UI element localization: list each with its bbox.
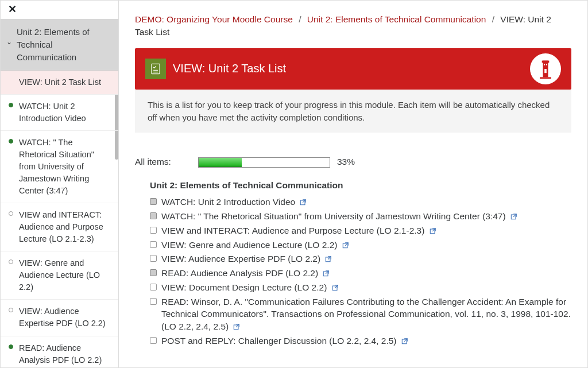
- checkbox-icon[interactable]: [150, 198, 157, 205]
- sidebar-item[interactable]: WATCH: " The Rhetorical Situation" from …: [1, 131, 118, 203]
- page-title: VIEW: Unit 2 Task List: [173, 60, 286, 77]
- completion-dot-icon: [9, 308, 13, 312]
- svg-rect-8: [540, 77, 551, 79]
- checkbox-icon[interactable]: [150, 284, 157, 290]
- sidebar-item[interactable]: READ: Audience Analysis PDF (LO 2.2): [1, 336, 118, 368]
- svg-rect-4: [542, 61, 550, 63]
- progress-bar: [198, 157, 330, 168]
- checklist-item: POST and REPLY: Challenger Discussion (L…: [135, 334, 571, 348]
- breadcrumb-separator: /: [492, 14, 494, 24]
- checklist-item: VIEW: Genre and Audience Lecture (LO 2.2…: [135, 238, 571, 253]
- sidebar-item-label: VIEW: Unit 2 Task List: [19, 78, 101, 87]
- checklist-item: VIEW: Document Design Lecture (LO 2.2): [135, 281, 571, 295]
- checkbox-icon[interactable]: [150, 337, 157, 344]
- checklist-item-link[interactable]: VIEW: Genre and Audience Lecture (LO 2.2…: [161, 239, 349, 252]
- sidebar-section-title: Unit 2: Elements of Technical Communicat…: [17, 27, 90, 62]
- external-link-icon: [325, 253, 332, 266]
- sidebar-item-label: VIEW: Genre and Audience Lecture (LO 2.2…: [19, 258, 100, 292]
- checklist-item: VIEW: Audience Expertise PDF (LO 2.2): [135, 252, 571, 266]
- checklist-item-link[interactable]: POST and REPLY: Challenger Discussion (L…: [161, 335, 408, 348]
- checklist-item: WATCH: Unit 2 Introduction Video: [135, 195, 571, 210]
- external-link-icon: [401, 335, 408, 348]
- checkbox-icon[interactable]: [150, 212, 157, 219]
- close-icon[interactable]: ✕: [8, 2, 17, 17]
- checklist-item-link[interactable]: VIEW: Document Design Lecture (LO 2.2): [161, 281, 339, 295]
- sidebar-item-label: WATCH: Unit 2 Introduction Video: [19, 102, 86, 123]
- sidebar-item[interactable]: VIEW and INTERACT: Audience and Purpose …: [1, 203, 118, 251]
- page-header: VIEW: Unit 2 Task List: [135, 48, 571, 90]
- checkbox-icon[interactable]: [150, 298, 157, 305]
- checkbox-icon[interactable]: [150, 269, 157, 276]
- checklist-item-link[interactable]: WATCH: " The Rhetorical Situation" from …: [161, 210, 517, 223]
- completion-dot-icon: [9, 211, 13, 216]
- checklist-item-link[interactable]: VIEW: Audience Expertise PDF (LO 2.2): [161, 253, 332, 266]
- sidebar-item-label: VIEW and INTERACT: Audience and Purpose …: [19, 210, 103, 243]
- checklist-item: READ: Audience Analysis PDF (LO 2.2): [135, 266, 571, 281]
- external-link-icon: [430, 225, 436, 238]
- checklist: WATCH: Unit 2 Introduction Video WATCH: …: [135, 195, 571, 348]
- breadcrumb-unit[interactable]: Unit 2: Elements of Technical Communicat…: [307, 14, 486, 24]
- external-link-icon: [332, 282, 339, 295]
- sidebar-item-label: VIEW: Audience Expertise PDF (LO 2.2): [19, 307, 106, 328]
- sidebar-item[interactable]: VIEW: Genre and Audience Lecture (LO 2.2…: [1, 251, 118, 300]
- checklist-item-link[interactable]: VIEW and INTERACT: Audience and Purpose …: [161, 224, 436, 238]
- breadcrumb-course[interactable]: DEMO: Organizing Your Moodle Course: [135, 14, 293, 24]
- sidebar-item[interactable]: WATCH: Unit 2 Introduction Video: [1, 95, 118, 131]
- checkbox-icon[interactable]: [150, 227, 157, 234]
- activity-description: This is a list for you to keep track of …: [135, 90, 571, 133]
- checkbox-icon[interactable]: [150, 241, 157, 248]
- chevron-down-icon: ⌄: [6, 37, 12, 47]
- sidebar-item[interactable]: VIEW: Unit 2 Task List: [1, 71, 118, 95]
- checkbox-icon[interactable]: [150, 255, 157, 262]
- external-link-icon: [323, 268, 330, 280]
- svg-rect-6: [544, 64, 545, 65]
- checklist-item-link[interactable]: READ: Winsor, D. A. "Communication Failu…: [161, 296, 571, 334]
- sidebar-item-label: READ: Audience Analysis PDF (LO 2.2): [19, 343, 102, 365]
- progress-percent: 33%: [337, 156, 355, 168]
- breadcrumb: DEMO: Organizing Your Moodle Course / Un…: [135, 13, 571, 39]
- progress-label: All items:: [135, 156, 198, 168]
- main-content: DEMO: Organizing Your Moodle Course / Un…: [119, 1, 587, 367]
- checklist-item: READ: Winsor, D. A. "Communication Failu…: [135, 295, 571, 334]
- completion-dot-icon: [9, 103, 13, 107]
- institution-logo: [530, 53, 561, 84]
- sidebar: ✕ ⌄ Unit 2: Elements of Technical Commun…: [1, 1, 119, 367]
- sidebar-item[interactable]: VIEW: Audience Expertise PDF (LO 2.2): [1, 300, 118, 336]
- external-link-icon: [233, 321, 240, 334]
- progress-row: All items: 33%: [135, 156, 571, 168]
- checklist-item: VIEW and INTERACT: Audience and Purpose …: [135, 224, 571, 238]
- external-link-icon: [342, 239, 349, 252]
- checklist-item-link[interactable]: WATCH: Unit 2 Introduction Video: [161, 196, 307, 209]
- checklist-item-link[interactable]: READ: Audience Analysis PDF (LO 2.2): [161, 267, 330, 280]
- breadcrumb-separator: /: [299, 14, 301, 24]
- sidebar-section-header[interactable]: ⌄ Unit 2: Elements of Technical Communic…: [1, 19, 118, 71]
- completion-dot-icon: [9, 259, 13, 264]
- external-link-icon: [300, 196, 307, 209]
- svg-rect-7: [546, 64, 547, 65]
- external-link-icon: [510, 211, 517, 223]
- checklist-title: Unit 2: Elements of Technical Communicat…: [150, 179, 571, 192]
- checklist-icon: [145, 59, 166, 79]
- sidebar-item-label: WATCH: " The Rhetorical Situation" from …: [19, 138, 94, 195]
- completion-dot-icon: [9, 344, 13, 349]
- completion-dot-icon: [9, 139, 13, 144]
- checklist-item: WATCH: " The Rhetorical Situation" from …: [135, 210, 571, 224]
- svg-rect-5: [544, 69, 547, 73]
